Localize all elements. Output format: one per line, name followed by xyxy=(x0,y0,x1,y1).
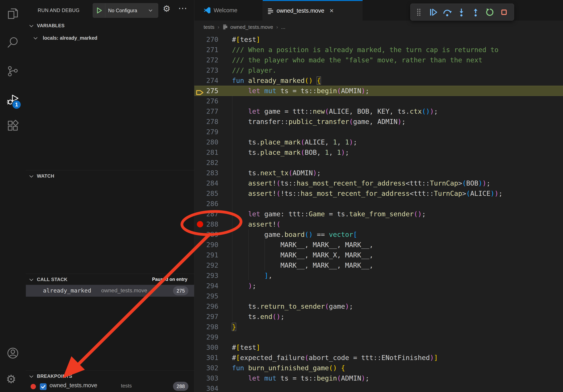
step-into-button[interactable] xyxy=(457,7,466,17)
chevron-down-icon[interactable] xyxy=(33,37,38,40)
debug-config-dropdown[interactable]: No Configura xyxy=(93,3,158,18)
line-number[interactable]: 288 xyxy=(194,219,218,229)
code-line[interactable]: 270#[test] xyxy=(194,34,563,45)
line-number[interactable]: 304 xyxy=(194,383,218,392)
code-line[interactable]: 301#[expected_failure(abort_code = ttt::… xyxy=(194,353,563,363)
code-line[interactable]: 275 let mut ts = ts::begin(ADMIN); xyxy=(194,86,563,96)
start-debug-icon[interactable] xyxy=(96,7,102,14)
variables-section-header[interactable]: VARIABLES xyxy=(26,22,194,31)
code-line[interactable]: 278 transfer::public_transfer(game, ADMI… xyxy=(194,117,563,127)
code-line[interactable]: 271/// When a position is already marked… xyxy=(194,45,563,55)
chevron-down-icon[interactable] xyxy=(29,278,34,282)
close-icon[interactable]: ✕ xyxy=(329,8,334,14)
debug-settings-gear-icon[interactable]: ⚙ xyxy=(163,4,170,13)
step-over-button[interactable] xyxy=(442,7,452,17)
account-icon[interactable] xyxy=(6,347,19,360)
line-number[interactable]: 285 xyxy=(194,188,218,198)
code-line[interactable]: 283 ts.next_tx(ADMIN); xyxy=(194,168,563,178)
code-line[interactable]: 272/// the player who made the "false" m… xyxy=(194,55,563,65)
source-control-icon[interactable] xyxy=(6,65,19,78)
continue-button[interactable] xyxy=(428,7,438,17)
code-line[interactable]: 277 let game = ttt::new(ALICE, BOB, KEY,… xyxy=(194,106,563,117)
chevron-down-icon[interactable] xyxy=(29,375,34,379)
line-number[interactable]: 281 xyxy=(194,147,218,157)
line-number[interactable]: 296 xyxy=(194,301,218,312)
stop-button[interactable] xyxy=(499,7,509,17)
line-number[interactable]: 271 xyxy=(194,45,218,55)
line-number[interactable]: 282 xyxy=(194,157,218,168)
line-number[interactable]: 292 xyxy=(194,260,218,270)
code-line[interactable]: 279 xyxy=(194,127,563,137)
breakpoint-list-item[interactable]: owned_tests.move tests 288 xyxy=(26,380,194,392)
code-line[interactable]: 291 MARK__, MARK_X, MARK__, xyxy=(194,250,563,260)
line-number[interactable]: 299 xyxy=(194,332,218,342)
toolbar-gripper-icon[interactable] xyxy=(414,7,424,17)
line-number[interactable]: 270 xyxy=(194,34,218,45)
code-line[interactable]: 299 xyxy=(194,332,563,342)
code-line[interactable]: 292 MARK__, MARK__, MARK__, xyxy=(194,260,563,270)
code-line[interactable]: 304 xyxy=(194,383,563,392)
chevron-down-icon[interactable] xyxy=(29,25,34,28)
code-line[interactable]: 285 assert!(!ts::has_most_recent_for_add… xyxy=(194,188,563,198)
search-icon[interactable] xyxy=(6,36,19,49)
breadcrumb-item-tests[interactable]: tests xyxy=(204,24,214,30)
code-line[interactable]: 276 xyxy=(194,96,563,106)
tab-welcome[interactable]: Welcome xyxy=(194,0,263,21)
settings-gear-icon[interactable]: ⚙ xyxy=(6,373,16,385)
line-number[interactable]: 284 xyxy=(194,178,218,188)
line-number[interactable]: 283 xyxy=(194,168,218,178)
code-line[interactable]: 295 xyxy=(194,291,563,301)
line-number[interactable]: 276 xyxy=(194,96,218,106)
more-actions-icon[interactable]: ⋯ xyxy=(178,3,188,13)
line-number[interactable]: 278 xyxy=(194,117,218,127)
line-number[interactable]: 272 xyxy=(194,55,218,65)
code-line[interactable]: 302fun burn_unfinished_game() { xyxy=(194,363,563,373)
line-number[interactable]: 277 xyxy=(194,106,218,117)
breakpoints-section-header[interactable]: BREAKPOINTS xyxy=(26,373,194,381)
tab-owned-tests-move[interactable]: owned_tests.move ✕ xyxy=(263,0,363,21)
code-line[interactable]: 294 ); xyxy=(194,281,563,291)
code-line[interactable]: 290 MARK__, MARK__, MARK__, xyxy=(194,240,563,250)
line-number[interactable]: 273 xyxy=(194,65,218,75)
code-line[interactable]: 274fun already_marked() { xyxy=(194,75,563,86)
line-number[interactable]: 295 xyxy=(194,291,218,301)
line-number[interactable]: 289 xyxy=(194,229,218,240)
line-number[interactable]: 293 xyxy=(194,270,218,281)
config-dropdown-label[interactable]: No Configura xyxy=(108,8,149,13)
restart-button[interactable] xyxy=(485,7,495,17)
line-number[interactable]: 279 xyxy=(194,127,218,137)
chevron-down-icon[interactable] xyxy=(29,175,34,178)
line-number[interactable]: 286 xyxy=(194,198,218,209)
line-number[interactable]: 298 xyxy=(194,322,218,332)
code-line[interactable]: 298} xyxy=(194,322,563,332)
code-line[interactable]: 287 let game: ttt::Game = ts.take_from_s… xyxy=(194,209,563,219)
code-line[interactable]: 297 ts.end(); xyxy=(194,312,563,322)
code-line[interactable]: 289 game.board() == vector[ xyxy=(194,229,563,240)
code-line[interactable]: 303 let mut ts = ts::begin(ADMIN); xyxy=(194,373,563,383)
line-number[interactable]: 275 xyxy=(194,86,218,96)
variables-scope-row[interactable]: locals: already_marked xyxy=(26,34,194,43)
breadcrumb-item-symbol[interactable]: ... xyxy=(281,24,285,30)
line-number[interactable]: 287 xyxy=(194,209,218,219)
line-number[interactable]: 290 xyxy=(194,240,218,250)
extensions-icon[interactable] xyxy=(6,119,19,132)
code-line[interactable]: 300#[test] xyxy=(194,342,563,353)
code-line[interactable]: 288 assert!( xyxy=(194,219,563,229)
call-stack-frame-row[interactable]: already_marked owned_tests.move 275 xyxy=(26,285,194,297)
code-line[interactable]: 281 ts.place_mark(BOB, 1, 1); xyxy=(194,147,563,157)
line-number[interactable]: 301 xyxy=(194,353,218,363)
breadcrumb-item-file[interactable]: owned_tests.move xyxy=(230,24,273,30)
code-line[interactable]: 280 ts.place_mark(ALICE, 1, 1); xyxy=(194,137,563,147)
explorer-icon[interactable] xyxy=(6,8,19,21)
line-number[interactable]: 291 xyxy=(194,250,218,260)
line-number[interactable]: 274 xyxy=(194,75,218,86)
watch-section-header[interactable]: WATCH xyxy=(26,172,194,181)
line-number[interactable]: 280 xyxy=(194,137,218,147)
code-line[interactable]: 284 assert!(ts::has_most_recent_for_addr… xyxy=(194,178,563,188)
call-stack-section-header[interactable]: CALL STACK Paused on entry xyxy=(26,276,194,285)
code-line[interactable]: 273/// player. xyxy=(194,65,563,75)
code-line[interactable]: 286 xyxy=(194,198,563,209)
line-number[interactable]: 302 xyxy=(194,363,218,373)
code-line[interactable]: 282 xyxy=(194,157,563,168)
step-out-button[interactable] xyxy=(471,7,481,17)
